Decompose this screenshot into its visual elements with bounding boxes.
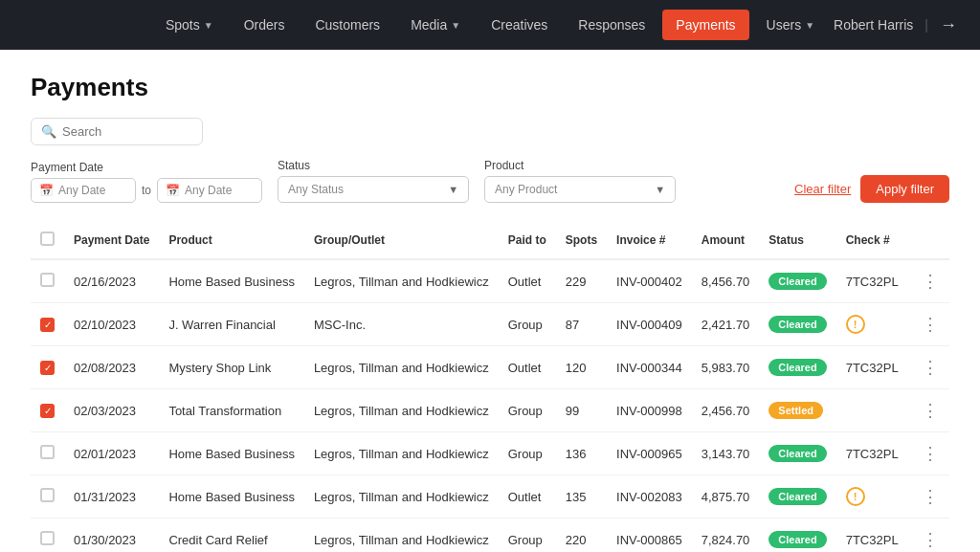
row-checkbox[interactable] <box>40 488 55 502</box>
cell-status: Cleared <box>759 303 835 346</box>
cell-invoice: INV-000409 <box>607 303 692 346</box>
col-header-invoice: Invoice # <box>607 222 692 259</box>
more-actions-icon[interactable]: ⋮ <box>918 315 943 334</box>
cell-invoice: INV-000865 <box>607 519 692 553</box>
nav-item-customers[interactable]: Customers <box>301 10 393 40</box>
clear-filter-button[interactable]: Clear filter <box>794 182 851 196</box>
cell-spots: 229 <box>556 259 607 303</box>
status-badge: Cleared <box>768 273 826 290</box>
more-actions-icon[interactable]: ⋮ <box>918 401 943 420</box>
table-row: 01/31/2023Home Based BusinessLegros, Til… <box>31 475 949 519</box>
row-checkbox[interactable] <box>40 361 55 375</box>
table-row: 02/08/2023Mystery Shop LinkLegros, Tillm… <box>31 346 949 389</box>
cell-spots: 135 <box>556 475 607 519</box>
status-badge: Cleared <box>768 488 826 505</box>
cell-amount: 7,824.70 <box>692 519 760 553</box>
row-checkbox[interactable] <box>40 404 55 418</box>
cell-spots: 87 <box>556 303 607 346</box>
more-actions-icon[interactable]: ⋮ <box>918 272 943 291</box>
cell-status: Cleared <box>759 346 835 389</box>
status-select-value: Any Status <box>288 183 344 196</box>
nav-username: Robert Harris <box>834 17 913 33</box>
navbar: Spots▼OrdersCustomersMedia▼CreativesResp… <box>0 0 980 50</box>
cell-payment-date: 02/01/2023 <box>64 432 159 475</box>
nav-label-media: Media <box>411 17 447 33</box>
page-content: Payments 🔍 Payment Date 📅 Any Date to 📅 … <box>0 50 980 552</box>
cell-group-outlet: Legros, Tillman and Hodkiewicz <box>304 259 499 303</box>
table-body: 02/16/2023Home Based BusinessLegros, Til… <box>31 259 949 552</box>
col-header-spots: Spots <box>556 222 607 259</box>
col-header-payment_date: Payment Date <box>64 222 159 259</box>
more-actions-icon[interactable]: ⋮ <box>918 444 943 463</box>
nav-item-orders[interactable]: Orders <box>231 10 299 40</box>
nav-item-media[interactable]: Media▼ <box>397 10 474 40</box>
cell-amount: 4,875.70 <box>692 475 760 519</box>
status-filter: Status Any Status ▼ <box>278 159 469 203</box>
table-wrapper[interactable]: Payment DateProductGroup/OutletPaid toSp… <box>31 222 949 552</box>
row-checkbox[interactable] <box>40 531 55 545</box>
cell-check: ! <box>836 303 908 346</box>
cell-product: Mystery Shop Link <box>159 346 304 389</box>
warning-icon: ! <box>846 487 865 506</box>
payment-date-filter: Payment Date 📅 Any Date to 📅 Any Date <box>31 161 262 203</box>
nav-item-responses[interactable]: Responses <box>565 10 658 40</box>
cell-actions: ⋮ <box>908 346 949 389</box>
cell-payment-date: 01/31/2023 <box>64 475 159 519</box>
cell-product: Home Based Business <box>159 432 304 475</box>
cell-paid-to: Group <box>499 389 556 432</box>
chevron-down-icon: ▼ <box>655 184 665 195</box>
product-select[interactable]: Any Product ▼ <box>484 176 676 203</box>
cell-group-outlet: Legros, Tillman and Hodkiewicz <box>304 389 499 432</box>
nav-label-payments: Payments <box>676 17 735 33</box>
cell-spots: 136 <box>556 432 607 475</box>
nav-right: Robert Harris | → <box>834 15 957 35</box>
search-box[interactable]: 🔍 <box>31 118 203 145</box>
cell-amount: 8,456.70 <box>692 259 760 303</box>
table-row: 02/03/2023Total TransformationLegros, Ti… <box>31 389 949 432</box>
more-actions-icon[interactable]: ⋮ <box>918 487 943 506</box>
date-from-input[interactable]: 📅 Any Date <box>31 178 136 203</box>
apply-filter-button[interactable]: Apply filter <box>860 175 949 203</box>
more-actions-icon[interactable]: ⋮ <box>918 358 943 377</box>
date-to-input[interactable]: 📅 Any Date <box>157 178 262 203</box>
row-checkbox[interactable] <box>40 445 55 459</box>
cell-product: J. Warren Financial <box>159 303 304 346</box>
status-badge: Settled <box>768 402 823 419</box>
date-range: 📅 Any Date to 📅 Any Date <box>31 178 262 203</box>
product-select-value: Any Product <box>495 183 557 196</box>
nav-label-spots: Spots <box>166 17 200 33</box>
status-select[interactable]: Any Status ▼ <box>278 176 469 203</box>
cell-status: Cleared <box>759 519 835 553</box>
payment-date-label: Payment Date <box>31 161 262 174</box>
cell-payment-date: 02/03/2023 <box>64 389 159 432</box>
filters-row: Payment Date 📅 Any Date to 📅 Any Date St… <box>31 159 949 203</box>
nav-label-users: Users <box>767 17 802 33</box>
cell-actions: ⋮ <box>908 389 949 432</box>
product-label: Product <box>484 159 676 172</box>
row-checkbox[interactable] <box>40 318 55 332</box>
col-header-actions <box>908 222 949 259</box>
cell-payment-date: 02/08/2023 <box>64 346 159 389</box>
cell-status: Cleared <box>759 432 835 475</box>
nav-item-creatives[interactable]: Creatives <box>478 10 561 40</box>
nav-item-payments[interactable]: Payments <box>662 10 748 40</box>
more-actions-icon[interactable]: ⋮ <box>918 530 943 549</box>
status-label: Status <box>278 159 469 172</box>
cell-group-outlet: Legros, Tillman and Hodkiewicz <box>304 475 499 519</box>
status-badge: Cleared <box>768 316 826 333</box>
cell-spots: 220 <box>556 519 607 553</box>
col-header-product: Product <box>159 222 304 259</box>
search-input[interactable] <box>62 124 192 139</box>
payments-table-container: Payment DateProductGroup/OutletPaid toSp… <box>31 222 949 552</box>
chevron-down-icon: ▼ <box>805 20 814 31</box>
cell-amount: 3,143.70 <box>692 432 760 475</box>
cell-amount: 2,421.70 <box>692 303 760 346</box>
nav-item-users[interactable]: Users▼ <box>753 10 828 40</box>
cell-invoice: INV-000965 <box>607 432 692 475</box>
select-all-checkbox[interactable] <box>40 232 55 246</box>
nav-item-spots[interactable]: Spots▼ <box>152 10 227 40</box>
cell-status: Cleared <box>759 259 835 303</box>
row-checkbox[interactable] <box>40 273 55 287</box>
logout-icon[interactable]: → <box>940 15 957 35</box>
cell-paid-to: Outlet <box>499 346 556 389</box>
